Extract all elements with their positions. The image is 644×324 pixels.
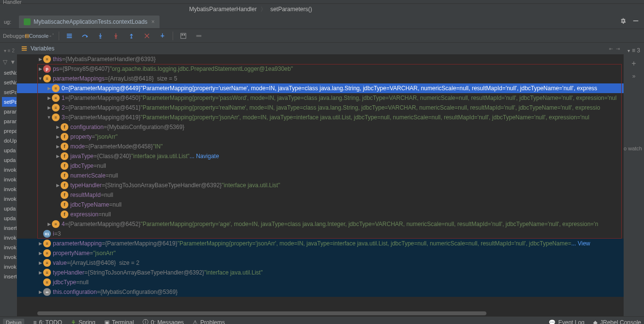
var-pm-2[interactable]: ▶≡ 2 = {ParameterMapping@6451} "Paramete… [17, 103, 624, 113]
scrollbar-horizontal[interactable] [37, 311, 565, 316]
event-log-tool-window[interactable]: 💬Event Log [548, 319, 584, 324]
expand-icon[interactable]: ⇥ [616, 46, 620, 51]
evaluate-icon[interactable] [178, 31, 189, 41]
var-this[interactable]: ▶≡ this = {MybatisParameterHandler@6393} [17, 54, 624, 64]
funnel-icon[interactable]: ▼ [10, 59, 16, 65]
object-icon: ≡ [43, 249, 51, 257]
watches-header: ▾≡ 3 [628, 45, 640, 56]
terminal-tool-window[interactable]: ▣Terminal [104, 319, 134, 324]
messages-tool-window[interactable]: ⓘ0: Messages [143, 318, 184, 324]
var-jdbcType2[interactable]: ▶≡ jdbcType = null [17, 277, 624, 287]
frame-item[interactable]: insert [2, 223, 16, 233]
object-icon: ≡ [52, 113, 60, 121]
filter-icon[interactable]: ▽ [3, 59, 7, 65]
frame-item[interactable]: setNo [2, 68, 16, 78]
console-tab[interactable]: ▤ Console [31, 31, 42, 41]
frame-item[interactable]: invok [2, 262, 16, 272]
var-pm-0[interactable]: ▶≡ 0 = {ParameterMapping@6449} "Paramete… [17, 83, 624, 93]
var-pm-3[interactable]: ▼≡ 3 = {ParameterMapping@6419} "Paramete… [17, 113, 624, 122]
frame-item[interactable]: invok [2, 184, 16, 194]
svg-rect-11 [22, 47, 27, 48]
var-property[interactable]: ▶f property = "jsonArr" [17, 132, 624, 142]
frame-item[interactable]: paran [2, 107, 16, 116]
var-pm-4[interactable]: ▶≡ 4 = {ParameterMapping@6452} "Paramete… [17, 219, 624, 229]
frame-item[interactable]: invok [2, 243, 16, 252]
frame-item[interactable]: upda [2, 213, 16, 223]
var-numericScale[interactable]: ▶f numericScale = null [17, 171, 624, 180]
debug-toolbar: Debugger ▤ Console →' [0, 29, 644, 43]
field-icon: f [61, 152, 68, 160]
frame-item[interactable]: invok [2, 194, 16, 204]
tab-prefix: ug: [0, 19, 15, 25]
gear-icon[interactable] [620, 17, 627, 26]
frame-item[interactable]: invok [2, 165, 16, 175]
tab-active[interactable]: MybatiscacheApplicationTests.contextLoad… [19, 16, 160, 28]
run-to-cursor-icon[interactable] [157, 31, 168, 41]
var-jdbcType[interactable]: ▶f jdbcType = null [17, 161, 624, 171]
frame-item[interactable]: invok [2, 252, 16, 262]
force-step-into-icon[interactable] [111, 31, 121, 41]
close-icon[interactable]: × [151, 18, 155, 25]
frame-item[interactable]: invok [2, 233, 16, 243]
svg-rect-6 [130, 37, 132, 38]
drop-frame-icon[interactable] [142, 31, 152, 41]
var-typeHandler[interactable]: ▶f typeHandler = {StringToJsonArrayBaseT… [17, 180, 624, 190]
frame-item[interactable]: upda [2, 204, 16, 213]
var-value[interactable]: ▶≡ value = {ArrayList@6408} size = 2 [17, 258, 624, 268]
var-javaType[interactable]: ▶f javaType = {Class@240} "interface jav… [17, 151, 624, 161]
frame-item[interactable]: prepa [2, 126, 16, 136]
step-over-icon[interactable] [80, 31, 90, 41]
var-configuration[interactable]: ▶f configuration = {MybatisConfiguration… [17, 122, 624, 132]
frame-item[interactable]: setPa [2, 97, 16, 107]
breadcrumb[interactable]: MybatisParameterHandler 〉 setParameters(… [0, 4, 644, 15]
frame-item[interactable]: doUp [2, 136, 16, 146]
svg-rect-8 [181, 34, 183, 35]
collapse-icon[interactable]: ⇤ [609, 46, 613, 51]
object-icon: ≡ [52, 94, 60, 102]
breadcrumb-class[interactable]: MybatisParameterHandler [189, 6, 257, 13]
threads-icon[interactable] [64, 31, 75, 41]
field-icon: f [61, 133, 68, 141]
var-parameterMapping[interactable]: ▶≡ parameterMapping = {ParameterMapping@… [17, 239, 624, 248]
frame-item[interactable]: paran [2, 116, 16, 126]
var-pm-1[interactable]: ▶≡ 1 = {ParameterMapping@6450} "Paramete… [17, 93, 624, 103]
minimize-icon[interactable] [632, 17, 639, 26]
var-jdbcTypeName[interactable]: ▶f jdbcTypeName = null [17, 200, 624, 210]
field-icon: f [61, 123, 68, 131]
var-parameterMappings[interactable]: ▼≡ parameterMappings = {ArrayList@6418} … [17, 74, 624, 83]
frame-item[interactable]: invok [2, 175, 16, 184]
frame-item[interactable]: insert [2, 272, 16, 281]
problems-tool-window[interactable]: ⚠Problems [193, 319, 225, 324]
var-ps[interactable]: ▶p ps = {$Proxy85@6407} "org.apache.ibat… [17, 64, 624, 74]
todo-tool-window[interactable]: ≡6: TODO [33, 319, 62, 324]
var-i[interactable]: ▶01 i = 3 [17, 229, 624, 239]
step-into-icon[interactable] [95, 31, 106, 41]
var-mode[interactable]: ▶f mode = {ParameterMode@6458} "IN" [17, 142, 624, 151]
var-propertyName[interactable]: ▶≡ propertyName = "jsonArr" [17, 248, 624, 258]
object-icon: ≡ [52, 104, 60, 112]
more-button[interactable]: » [628, 71, 639, 81]
debug-tool-window[interactable]: Debug [3, 319, 24, 324]
frame-item[interactable]: setNo [2, 78, 16, 87]
var-this-configuration[interactable]: ▶∞ this.configuration = {MybatisConfigur… [17, 287, 624, 297]
variables-header: Variables ⇤ ⇥ [17, 43, 624, 54]
add-watch-button[interactable]: + [628, 58, 639, 69]
frame-item[interactable]: upda [2, 146, 16, 155]
frames-header: ▾ ≡ 2 [1, 45, 17, 56]
frame-item[interactable]: setPa [2, 87, 16, 97]
breadcrumb-sep-icon: 〉 [260, 5, 266, 14]
debugger-tab[interactable]: Debugger [3, 33, 26, 39]
variables-tree[interactable]: ▶≡ this = {MybatisParameterHandler@6393}… [17, 54, 624, 316]
breadcrumb-method[interactable]: setParameters() [270, 6, 312, 13]
scrollbar-thumb[interactable] [37, 311, 486, 315]
trace-icon[interactable] [193, 31, 204, 41]
var-typeHandler2[interactable]: ▶≡ typeHandler = {StringToJsonArrayBaseT… [17, 268, 624, 277]
var-expression[interactable]: ▶f expression = null [17, 210, 624, 219]
jrebel-tool-window[interactable]: ◆JRebel Console [593, 319, 641, 324]
spring-tool-window[interactable]: ⚘Spring [71, 319, 96, 324]
step-out-icon[interactable] [126, 31, 137, 41]
frame-item[interactable]: upda [2, 155, 16, 165]
divider [59, 32, 59, 40]
var-resultMapId[interactable]: ▶f resultMapId = null [17, 190, 624, 200]
watches-rail: ▾≡ 3 + » o watch [624, 43, 644, 316]
